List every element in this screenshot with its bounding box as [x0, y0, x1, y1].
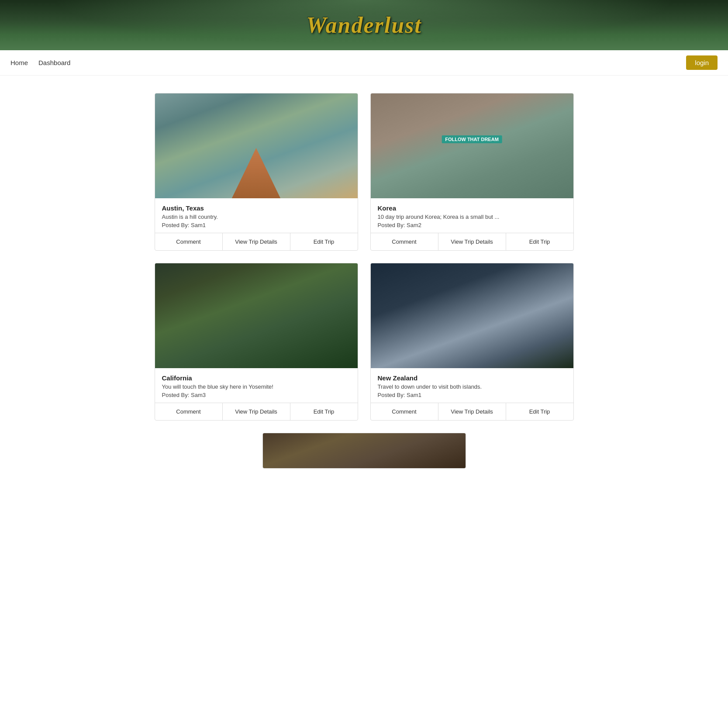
comment-button-newzealand[interactable]: Comment [371, 403, 438, 420]
trip-image-austin [155, 93, 358, 198]
comment-button-austin[interactable]: Comment [155, 233, 223, 250]
nav-links: Home Dashboard [10, 59, 686, 66]
view-trip-button-california[interactable]: View Trip Details [223, 403, 290, 420]
trip-card-california: California You will touch the blue sky h… [155, 263, 358, 421]
card-info-korea: Korea 10 day trip around Korea; Korea is… [371, 198, 573, 233]
card-info-austin: Austin, Texas Austin is a hill country. … [155, 198, 358, 233]
view-trip-button-newzealand[interactable]: View Trip Details [438, 403, 506, 420]
hero-title: Wanderlust [306, 12, 422, 38]
main-content: Austin, Texas Austin is a hill country. … [146, 76, 583, 486]
navbar: Home Dashboard login [0, 50, 728, 76]
card-desc-korea: 10 day trip around Korea; Korea is a sma… [378, 214, 566, 220]
card-actions-california: Comment View Trip Details Edit Trip [155, 403, 358, 420]
trip-card-austin: Austin, Texas Austin is a hill country. … [155, 93, 358, 251]
view-trip-button-korea[interactable]: View Trip Details [438, 233, 506, 250]
view-trip-button-austin[interactable]: View Trip Details [223, 233, 290, 250]
nav-home[interactable]: Home [10, 59, 28, 66]
edit-trip-button-austin[interactable]: Edit Trip [290, 233, 358, 250]
bottom-partial-card [262, 433, 466, 469]
card-title-korea: Korea [378, 204, 566, 212]
card-desc-austin: Austin is a hill country. [162, 214, 351, 220]
trip-image-newzealand [371, 263, 573, 368]
card-info-california: California You will touch the blue sky h… [155, 368, 358, 403]
hero-banner: Wanderlust [0, 0, 728, 50]
trip-card-newzealand: New Zealand Travel to down under to visi… [370, 263, 574, 421]
edit-trip-button-korea[interactable]: Edit Trip [506, 233, 573, 250]
card-desc-california: You will touch the blue sky here in Yose… [162, 383, 351, 390]
card-posted-newzealand: Posted By: Sam1 [378, 392, 566, 398]
card-posted-austin: Posted By: Sam1 [162, 222, 351, 228]
trip-image-korea [371, 93, 573, 198]
comment-button-korea[interactable]: Comment [371, 233, 438, 250]
edit-trip-button-california[interactable]: Edit Trip [290, 403, 358, 420]
card-actions-korea: Comment View Trip Details Edit Trip [371, 233, 573, 250]
card-actions-newzealand: Comment View Trip Details Edit Trip [371, 403, 573, 420]
trip-image-california [155, 263, 358, 368]
bottom-partial-section [155, 433, 574, 469]
comment-button-california[interactable]: Comment [155, 403, 223, 420]
trip-card-korea: Korea 10 day trip around Korea; Korea is… [370, 93, 574, 251]
card-info-newzealand: New Zealand Travel to down under to visi… [371, 368, 573, 403]
card-posted-california: Posted By: Sam3 [162, 392, 351, 398]
card-posted-korea: Posted By: Sam2 [378, 222, 566, 228]
login-button[interactable]: login [686, 55, 718, 70]
nav-dashboard[interactable]: Dashboard [38, 59, 70, 66]
card-grid: Austin, Texas Austin is a hill country. … [155, 93, 574, 421]
card-title-austin: Austin, Texas [162, 204, 351, 212]
bottom-card-image [263, 433, 466, 468]
card-title-california: California [162, 374, 351, 382]
card-title-newzealand: New Zealand [378, 374, 566, 382]
card-desc-newzealand: Travel to down under to visit both islan… [378, 383, 566, 390]
card-actions-austin: Comment View Trip Details Edit Trip [155, 233, 358, 250]
edit-trip-button-newzealand[interactable]: Edit Trip [506, 403, 573, 420]
